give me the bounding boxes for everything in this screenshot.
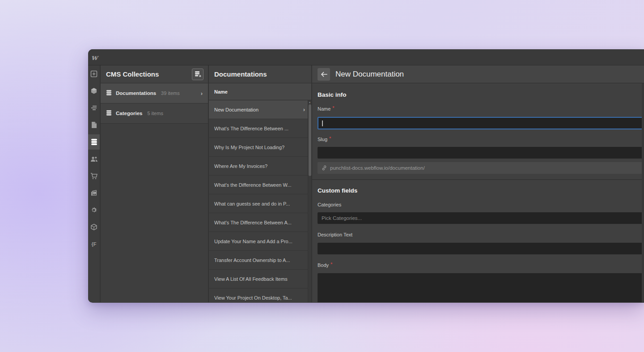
list-item[interactable]: Where Are My Invoices?	[209, 157, 311, 176]
item-url-preview: punchlist-docs.webflow.io/documentation/	[318, 162, 644, 174]
webflow-designer-window: w	[88, 49, 644, 303]
slug-field-label: Slug *	[318, 137, 644, 142]
settings-icon[interactable]	[88, 202, 100, 219]
list-item[interactable]: View A List Of All Feedback Items	[209, 270, 311, 288]
name-input[interactable]	[318, 117, 644, 129]
scroll-up-icon[interactable]: ▲	[308, 100, 311, 104]
top-bar: w	[88, 49, 644, 65]
add-collection-button[interactable]	[192, 69, 203, 80]
required-asterisk: *	[330, 262, 332, 266]
arrow-left-icon	[321, 72, 327, 77]
tool-sidebar: {F	[88, 65, 101, 302]
apps-icon[interactable]	[88, 219, 100, 236]
list-item[interactable]: What's The Difference Between A...	[209, 213, 311, 232]
collection-items-panel: Documentations Name New Documentation › …	[209, 65, 312, 302]
list-item[interactable]: What's the Difference Between W...	[209, 176, 311, 194]
collection-database-icon	[106, 90, 112, 97]
collection-label: Documentations	[116, 90, 156, 96]
pages-icon[interactable]	[88, 116, 100, 133]
name-column-header[interactable]: Name	[209, 83, 311, 100]
collections-panel-title: CMS Collections	[106, 70, 192, 78]
custom-fields-heading: Custom fields	[318, 187, 644, 194]
items-panel-title: Documentations	[214, 70, 307, 78]
categories-input[interactable]: Pick Categories...	[318, 212, 644, 224]
ecommerce-icon[interactable]	[88, 167, 100, 185]
users-icon[interactable]	[88, 150, 100, 167]
required-asterisk: *	[329, 137, 331, 141]
list-item[interactable]: View Your Project On Desktop, Ta...	[209, 288, 311, 302]
required-asterisk: *	[332, 106, 334, 110]
chevron-right-icon: ›	[303, 107, 305, 112]
collection-count: 5 items	[147, 111, 203, 116]
components-icon[interactable]	[88, 82, 100, 99]
cms-collections-panel: CMS Collections Documentations 39 items …	[101, 65, 209, 302]
list-item[interactable]: Transfer Account Ownership to A...	[209, 251, 311, 270]
collection-item-documentations[interactable]: Documentations 39 items ›	[101, 83, 208, 103]
webflow-logo-icon[interactable]: w	[88, 53, 101, 62]
list-item[interactable]: What's The Difference Between ...	[209, 119, 311, 138]
navigator-icon[interactable]	[88, 99, 100, 116]
editor-scroll-gutter	[642, 83, 644, 302]
scrollbar-thumb[interactable]	[309, 104, 311, 176]
collection-database-icon	[106, 110, 112, 117]
assets-icon[interactable]	[88, 185, 100, 202]
item-editor-panel: New Documentation Basic info Name * Slug…	[312, 65, 644, 302]
list-item[interactable]: Why Is My Project Not Loading?	[209, 138, 311, 157]
finsweet-icon[interactable]: {F	[88, 236, 100, 253]
collection-item-categories[interactable]: Categories 5 items	[101, 103, 208, 124]
collection-count: 39 items	[161, 90, 197, 96]
categories-field-label: Categories	[318, 202, 644, 208]
add-collection-icon	[195, 71, 201, 77]
list-item[interactable]: New Documentation ›	[209, 100, 311, 119]
slug-input[interactable]	[318, 147, 644, 159]
list-item[interactable]: Update Your Name and Add a Pro...	[209, 232, 311, 251]
name-field-label: Name *	[318, 106, 644, 112]
list-scrollbar[interactable]: ▲	[308, 100, 311, 302]
add-element-icon[interactable]	[88, 65, 100, 82]
list-item[interactable]: What can guests see and do in P...	[209, 194, 311, 213]
text-caret	[322, 120, 323, 126]
items-list: New Documentation › What's The Differenc…	[209, 100, 311, 302]
cms-icon[interactable]	[88, 134, 100, 150]
link-icon	[322, 165, 327, 171]
description-field-label: Description Text	[318, 232, 644, 238]
basic-info-heading: Basic info	[318, 91, 644, 99]
chevron-right-icon: ›	[201, 90, 203, 96]
editor-title: New Documentation	[335, 70, 404, 79]
collection-label: Categories	[116, 111, 142, 116]
section-divider	[312, 179, 644, 180]
description-input[interactable]	[318, 243, 644, 254]
back-button[interactable]	[318, 68, 330, 81]
body-field-label: Body *	[318, 262, 644, 268]
body-textarea[interactable]	[318, 273, 644, 302]
editor-form: Basic info Name * Slug *	[312, 83, 644, 302]
